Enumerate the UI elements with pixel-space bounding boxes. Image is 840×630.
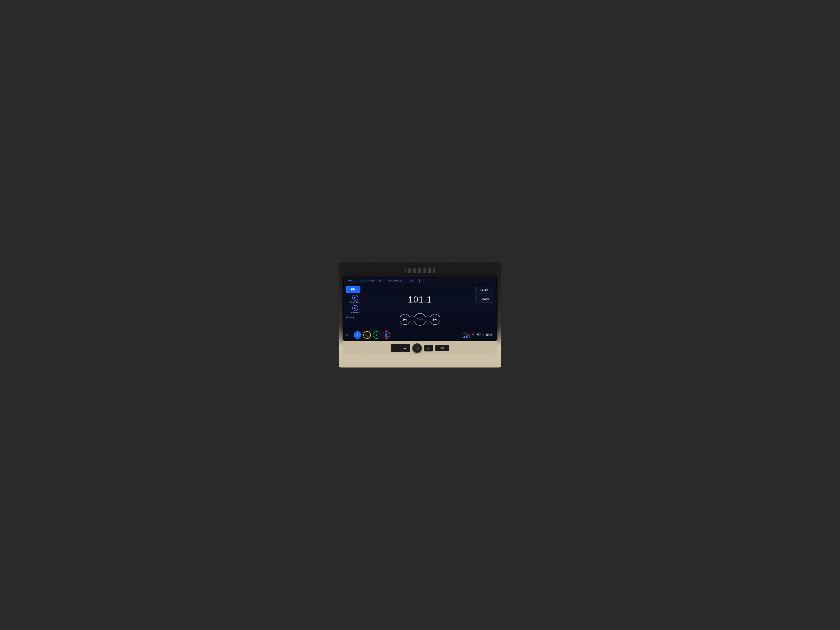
top-navigation: Hits 1 | Classic Vinyl | 96.7 | FOX Head… bbox=[344, 278, 496, 284]
music-icon-button[interactable]: ♪ bbox=[354, 331, 361, 339]
signal-bar-3 bbox=[466, 335, 467, 338]
physical-controls: ⌂ ⏮ ⏻ ⏭ BACK bbox=[343, 341, 497, 355]
temperature-display: 65° bbox=[477, 333, 482, 337]
separator: | bbox=[351, 333, 352, 337]
signal-bar-row bbox=[463, 334, 470, 338]
nav-item-hits1[interactable]: Hits 1 bbox=[346, 279, 357, 283]
play-icon-terry: ▶ bbox=[352, 295, 358, 301]
home-icon[interactable]: ⌂ bbox=[346, 333, 349, 337]
signal-indicator: 4G LTE bbox=[463, 332, 470, 338]
source-label-terry: Terry's iPhon bbox=[350, 301, 361, 303]
phone-icon-button[interactable]: 📞 bbox=[363, 331, 371, 339]
phys-next-button[interactable]: ⏭ bbox=[425, 345, 433, 352]
back-button[interactable]: BACK bbox=[436, 345, 449, 351]
time-separator: | bbox=[483, 334, 484, 336]
nav-item-96-7[interactable]: 96.7 bbox=[377, 279, 385, 283]
signal-bar-4 bbox=[467, 335, 468, 338]
main-content: FM ▶ Terry's iPhon ▶ iPhone (3) More ❯ 1… bbox=[344, 284, 496, 330]
next-track-button[interactable]: ⏭ bbox=[429, 314, 441, 325]
source-item-terry[interactable]: ▶ Terry's iPhon bbox=[346, 294, 365, 303]
source-label-iphone: iPhone (3) bbox=[351, 311, 360, 314]
frequency-display: 101.1 bbox=[408, 288, 432, 311]
phys-button-group: ⌂ ⏮ bbox=[391, 344, 410, 352]
power-button[interactable]: ⏻ bbox=[412, 343, 422, 353]
screen-bezel: Hits 1 | Classic Vinyl | 96.7 | FOX Head… bbox=[343, 277, 497, 341]
play-icon-iphone: ▶ bbox=[352, 305, 358, 311]
fm-button[interactable]: FM bbox=[346, 286, 360, 293]
prev-track-button[interactable]: ⏮ bbox=[399, 314, 411, 325]
signal-bar-1 bbox=[463, 337, 464, 338]
infotainment-screen: Hits 1 | Classic Vinyl | 96.7 | FOX Head… bbox=[344, 278, 496, 340]
nav-item-fox[interactable]: FOX Headli... bbox=[387, 279, 406, 283]
air-vent bbox=[343, 267, 497, 275]
nav-item-100-3[interactable]: 100.3 bbox=[406, 279, 417, 283]
left-sidebar: FM ▶ Terry's iPhon ▶ iPhone (3) More ❯ bbox=[346, 286, 365, 328]
location-icon: 📍 bbox=[471, 333, 475, 337]
phys-home-button[interactable]: ⌂ bbox=[392, 345, 399, 352]
browse-button[interactable]: Browse bbox=[475, 295, 493, 303]
media-controls: ⏮ Tune ⏭ bbox=[399, 313, 441, 325]
signal-bar-2 bbox=[464, 336, 465, 338]
nav-item-classic-vinyl[interactable]: Classic Vinyl bbox=[357, 279, 376, 283]
source-item-iphone[interactable]: ▶ iPhone (3) bbox=[346, 305, 365, 314]
nav-more-arrow[interactable]: ❯ bbox=[418, 279, 421, 282]
bottom-status-bar: ⌂ | ♪ 📞 ✛ 👤 4G LTE bbox=[344, 330, 496, 340]
time-display: 10:41 bbox=[485, 333, 494, 337]
right-sidebar: Sound Browse bbox=[475, 286, 494, 328]
person-icon-button[interactable]: 👤 bbox=[382, 331, 390, 339]
signal-bar-5 bbox=[469, 334, 470, 338]
bottom-icons: ⌂ | ♪ 📞 ✛ 👤 bbox=[346, 331, 390, 339]
center-content: 101.1 ⏮ Tune ⏭ bbox=[366, 286, 474, 328]
tune-button[interactable]: Tune bbox=[414, 313, 426, 325]
sound-button[interactable]: Sound bbox=[475, 286, 493, 294]
status-area: 4G LTE 📍 65° | 10:41 bbox=[463, 332, 494, 338]
more-link[interactable]: More ❯ bbox=[346, 315, 365, 320]
phys-prev-button[interactable]: ⏮ bbox=[400, 345, 409, 352]
navigation-icon-button[interactable]: ✛ bbox=[373, 331, 381, 339]
signal-label: 4G LTE bbox=[463, 332, 468, 334]
car-surround: Hits 1 | Classic Vinyl | 96.7 | FOX Head… bbox=[339, 262, 501, 368]
